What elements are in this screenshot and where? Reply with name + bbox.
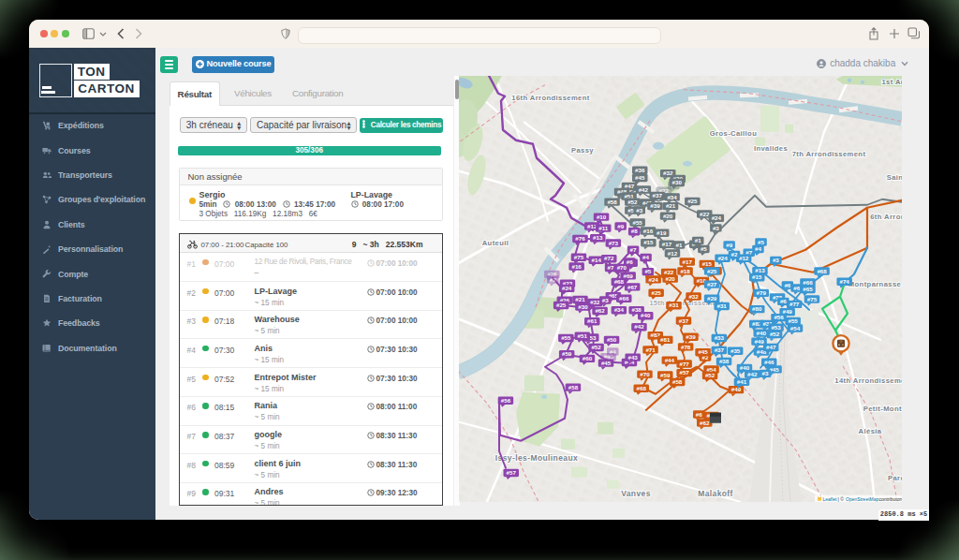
svg-text:#40: #40 (641, 312, 651, 318)
svg-text:#22: #22 (700, 210, 710, 216)
svg-text:#17: #17 (683, 258, 693, 264)
svg-text:#37: #37 (715, 346, 725, 353)
svg-text:#39: #39 (650, 202, 660, 209)
svg-text:#14: #14 (592, 256, 602, 262)
svg-text:#9: #9 (726, 241, 732, 247)
svg-text:#66: #66 (619, 294, 629, 301)
svg-text:#80: #80 (752, 305, 762, 312)
svg-text:#35: #35 (730, 346, 741, 353)
svg-text:Auteuil: Auteuil (482, 238, 509, 246)
svg-text:#79: #79 (757, 289, 767, 296)
svg-text:#58: #58 (672, 378, 683, 385)
svg-text:#56: #56 (501, 396, 511, 403)
svg-text:#21: #21 (575, 296, 585, 302)
svg-text:Issy-les-Moulineaux: Issy-les-Moulineaux (495, 452, 578, 462)
svg-text:#15: #15 (643, 239, 654, 245)
svg-text:#6: #6 (780, 298, 787, 304)
svg-text:#18: #18 (680, 267, 690, 273)
svg-text:#46: #46 (764, 358, 775, 364)
svg-text:#52: #52 (591, 344, 601, 350)
svg-text:#16: #16 (643, 227, 654, 233)
svg-text:#1: #1 (676, 241, 683, 247)
svg-text:Montparnasse: Montparnasse (848, 279, 901, 287)
svg-text:#29: #29 (707, 294, 717, 301)
svg-text:#15: #15 (752, 273, 762, 280)
svg-text:#25: #25 (707, 267, 717, 273)
svg-text:#24: #24 (712, 214, 722, 221)
svg-text:1st Arr: 1st Arr (882, 77, 903, 85)
svg-text:Alésia: Alésia (859, 426, 882, 435)
svg-text:#1: #1 (695, 237, 701, 243)
svg-text:#12: #12 (739, 254, 749, 260)
svg-text:#76: #76 (575, 235, 585, 242)
svg-text:#68: #68 (817, 267, 827, 273)
svg-text:#52: #52 (705, 372, 716, 378)
svg-text:#68: #68 (614, 278, 625, 285)
svg-text:#65: #65 (803, 286, 813, 292)
svg-text:#55: #55 (632, 218, 642, 225)
svg-text:OpenStreetMap: OpenStreetMap (846, 495, 879, 501)
svg-text:#36: #36 (635, 166, 645, 172)
svg-text:#49: #49 (731, 386, 742, 392)
svg-text:#45: #45 (635, 174, 645, 181)
svg-text:#5: #5 (758, 238, 764, 244)
svg-text:#25: #25 (687, 198, 698, 204)
svg-text:#2: #2 (550, 275, 556, 282)
svg-text:#24: #24 (562, 285, 572, 291)
svg-text:#67: #67 (627, 283, 638, 289)
svg-text:#70: #70 (640, 370, 650, 376)
svg-text:#4: #4 (755, 245, 761, 252)
svg-text:#72: #72 (604, 255, 614, 261)
svg-text:#3: #3 (713, 224, 719, 230)
svg-text:#24: #24 (648, 275, 658, 282)
svg-text:#75: #75 (807, 295, 818, 302)
svg-text:#31: #31 (669, 302, 679, 308)
svg-text:#6: #6 (696, 410, 702, 417)
svg-text:6th Arron: 6th Arron (870, 212, 902, 220)
svg-text:#74: #74 (839, 277, 849, 284)
svg-text:#49: #49 (754, 337, 764, 344)
svg-text:#58: #58 (568, 383, 579, 390)
svg-text:#32: #32 (688, 292, 699, 299)
svg-text:#60: #60 (583, 355, 593, 361)
svg-text:#7: #7 (630, 245, 637, 252)
svg-text:#43: #43 (627, 353, 638, 360)
svg-text:#2: #2 (731, 251, 738, 258)
svg-text:#10: #10 (597, 213, 607, 219)
svg-text:#69: #69 (623, 272, 633, 278)
svg-text:#20: #20 (663, 212, 673, 218)
svg-text:7th Arrondissement: 7th Arrondissement (792, 149, 866, 157)
svg-text:contributors: contributors (879, 495, 903, 501)
svg-text:#17: #17 (662, 240, 672, 246)
svg-text:#51: #51 (578, 332, 588, 338)
svg-text:#62: #62 (700, 419, 710, 425)
svg-text:#37: #37 (653, 192, 663, 199)
svg-text:#68: #68 (637, 384, 647, 391)
svg-text:#42: #42 (747, 370, 758, 376)
svg-text:#37: #37 (679, 317, 689, 323)
svg-text:#73: #73 (609, 239, 619, 245)
svg-text:#3: #3 (773, 257, 779, 263)
svg-text:#77: #77 (679, 360, 689, 366)
svg-text:#61: #61 (587, 317, 598, 324)
svg-text:#54: #54 (790, 324, 801, 331)
svg-text:#30: #30 (578, 302, 588, 309)
svg-text:#40: #40 (757, 329, 767, 335)
svg-text:#25: #25 (556, 302, 567, 308)
svg-text:#3: #3 (602, 296, 609, 302)
svg-text:#55: #55 (561, 334, 571, 341)
svg-text:#4: #4 (610, 347, 616, 354)
svg-text:#38: #38 (719, 358, 730, 364)
svg-text:#57: #57 (507, 469, 517, 476)
svg-text:#5: #5 (644, 268, 651, 274)
svg-text:Malakoff: Malakoff (698, 488, 733, 497)
svg-text:#44: #44 (665, 356, 675, 362)
svg-text:#34: #34 (667, 193, 677, 199)
svg-text:#3: #3 (636, 206, 642, 213)
svg-text:#78: #78 (681, 343, 691, 349)
svg-text:#52: #52 (627, 198, 638, 204)
svg-text:#53: #53 (771, 323, 781, 330)
svg-text:#33: #33 (715, 334, 725, 341)
svg-text:#6: #6 (627, 258, 633, 264)
svg-text:#59: #59 (660, 371, 671, 377)
